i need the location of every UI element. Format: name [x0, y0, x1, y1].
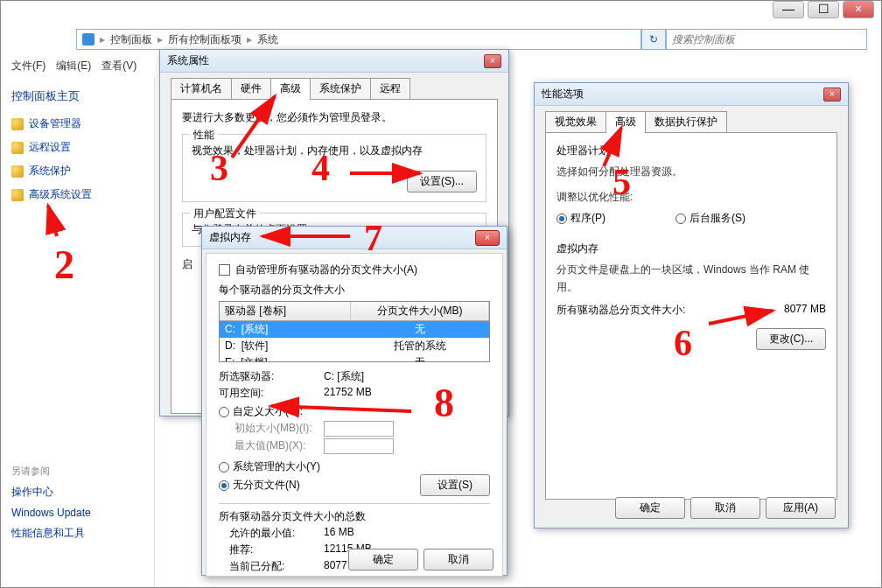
link-system-protection[interactable]: 系统保护	[11, 164, 144, 178]
dialog-title: 性能选项	[542, 87, 584, 102]
close-icon[interactable]: ×	[823, 88, 841, 102]
tab-advanced[interactable]: 高级	[270, 78, 311, 100]
crumb-system[interactable]: 系统	[257, 32, 278, 47]
performance-label: 性能	[190, 128, 218, 143]
crumb-all-items[interactable]: 所有控制面板项	[168, 32, 242, 47]
initial-size-input[interactable]	[324, 421, 394, 437]
drive-row-e[interactable]: E: [文档]无	[220, 354, 489, 362]
shield-icon	[11, 165, 24, 178]
link-performance-info[interactable]: 性能信息和工具	[11, 526, 144, 541]
close-icon[interactable]: ×	[475, 230, 500, 246]
min-value: 16 MB	[324, 526, 354, 541]
max-size-label: 最大值(MB)(X):	[219, 438, 324, 454]
cancel-button[interactable]: 取消	[424, 549, 494, 570]
tab-visual-effects[interactable]: 视觉效果	[545, 111, 606, 133]
change-virtual-memory-button[interactable]: 更改(C)...	[756, 328, 826, 350]
virtual-memory-desc: 分页文件是硬盘上的一块区域，Windows 当作 RAM 使用。	[556, 262, 826, 295]
apply-button[interactable]: 应用(A)	[766, 497, 836, 519]
selected-drive-label: 所选驱动器:	[219, 369, 324, 384]
shield-icon	[11, 189, 24, 201]
shield-icon	[11, 142, 24, 154]
chevron-right-icon: ▸	[100, 33, 105, 46]
link-action-center[interactable]: 操作中心	[11, 485, 144, 500]
search-input[interactable]	[666, 29, 867, 50]
initial-size-label: 初始大小(MB)(I):	[219, 421, 324, 437]
link-device-manager[interactable]: 设备管理器	[11, 116, 144, 131]
control-panel-icon	[82, 33, 94, 46]
free-space-label: 可用空间:	[219, 386, 324, 401]
total-paging-value: 8077 MB	[784, 303, 826, 318]
ok-button[interactable]: 确定	[348, 549, 418, 570]
min-label: 允许的最小值:	[219, 526, 324, 541]
drive-row-d[interactable]: D: [软件]托管的系统	[220, 338, 489, 354]
ok-button[interactable]: 确定	[615, 497, 685, 519]
radio-system-managed[interactable]: 系统管理的大小(Y)	[219, 459, 490, 474]
processor-scheduling-label: 处理器计划	[556, 144, 826, 158]
summary-header: 所有驱动器分页文件大小的总数	[219, 509, 490, 524]
chevron-right-icon: ▸	[247, 33, 252, 46]
dialog-title: 系统属性	[167, 53, 209, 68]
set-button[interactable]: 设置(S)	[420, 474, 490, 496]
tab-advanced[interactable]: 高级	[606, 111, 646, 133]
drive-row-c[interactable]: C: [系统]无	[220, 321, 489, 338]
admin-note: 要进行大多数更改，您必须作为管理员登录。	[182, 110, 486, 125]
per-drive-label: 每个驱动器的分页文件大小	[219, 283, 490, 298]
performance-group: 性能 视觉效果，处理器计划，内存使用，以及虚拟内存 设置(S)...	[182, 134, 486, 202]
performance-options-dialog: 性能选项 × 视觉效果 高级 数据执行保护 处理器计划 选择如何分配处理器资源。…	[534, 82, 849, 528]
left-pane: 控制面板主页 设备管理器 远程设置 系统保护 高级系统设置 另请参阅 操作中心 …	[1, 78, 155, 587]
virtual-memory-dialog: 虚拟内存 × 自动管理所有驱动器的分页文件大小(A) 每个驱动器的分页文件大小 …	[201, 226, 508, 576]
free-space-value: 21752 MB	[324, 386, 372, 401]
radio-programs[interactable]: 程序(P)	[556, 211, 606, 226]
auto-manage-label: 自动管理所有驱动器的分页文件大小(A)	[235, 262, 417, 277]
tab-remote[interactable]: 远程	[370, 78, 410, 100]
col-drive-header: 驱动器 [卷标]	[220, 302, 351, 320]
menu-view[interactable]: 查看(V)	[102, 59, 136, 73]
chevron-right-icon: ▸	[158, 33, 163, 46]
shield-icon	[11, 118, 24, 130]
radio-no-paging-file[interactable]: 无分页文件(N)	[219, 478, 300, 493]
link-windows-update[interactable]: Windows Update	[11, 507, 144, 519]
tab-computer-name[interactable]: 计算机名	[171, 78, 232, 100]
tab-dep[interactable]: 数据执行保护	[645, 111, 727, 133]
radio-custom-size[interactable]: 自定义大小(C):	[219, 404, 490, 419]
max-size-input[interactable]	[324, 438, 394, 454]
link-remote-settings[interactable]: 远程设置	[11, 140, 144, 155]
see-also-header: 另请参阅	[11, 465, 144, 478]
processor-scheduling-desc: 选择如何分配处理器资源。	[556, 164, 826, 180]
close-button[interactable]: ×	[843, 1, 874, 18]
address-bar[interactable]: ▸ 控制面板 ▸ 所有控制面板项 ▸ 系统	[76, 29, 641, 50]
performance-desc: 视觉效果，处理器计划，内存使用，以及虚拟内存	[192, 144, 477, 158]
close-icon[interactable]: ×	[484, 54, 501, 68]
menu-edit[interactable]: 编辑(E)	[56, 59, 91, 73]
maximize-button[interactable]: ☐	[808, 1, 839, 18]
col-size-header: 分页文件大小(MB)	[351, 302, 489, 320]
drive-table[interactable]: 驱动器 [卷标] 分页文件大小(MB) C: [系统]无 D: [软件]托管的系…	[219, 301, 490, 362]
radio-icon	[219, 407, 229, 417]
current-label: 当前已分配:	[219, 559, 324, 574]
total-paging-label: 所有驱动器总分页文件大小:	[556, 303, 685, 318]
selected-drive-value: C: [系统]	[324, 369, 364, 384]
menu-file[interactable]: 文件(F)	[11, 59, 46, 73]
refresh-button[interactable]: ↻	[641, 29, 666, 50]
radio-icon	[219, 480, 229, 491]
crumb-control-panel[interactable]: 控制面板	[110, 32, 152, 47]
cancel-button[interactable]: 取消	[690, 497, 760, 519]
link-advanced-system-settings[interactable]: 高级系统设置	[11, 187, 144, 202]
radio-icon	[676, 214, 686, 224]
radio-background-services[interactable]: 后台服务(S)	[676, 211, 746, 226]
dialog-title: 虚拟内存	[209, 230, 251, 245]
tab-system-protection[interactable]: 系统保护	[310, 78, 371, 100]
recommended-label: 推荐:	[219, 542, 324, 557]
radio-icon	[556, 214, 567, 224]
tab-hardware[interactable]: 硬件	[231, 78, 271, 100]
control-panel-home-link[interactable]: 控制面板主页	[11, 88, 144, 104]
adjust-label: 调整以优化性能:	[556, 189, 826, 206]
radio-icon	[219, 462, 229, 472]
auto-manage-checkbox[interactable]	[219, 264, 230, 276]
performance-settings-button[interactable]: 设置(S)...	[407, 171, 477, 192]
minimize-button[interactable]: —	[773, 1, 804, 18]
virtual-memory-label: 虚拟内存	[556, 242, 826, 256]
user-profile-label: 用户配置文件	[190, 206, 260, 221]
